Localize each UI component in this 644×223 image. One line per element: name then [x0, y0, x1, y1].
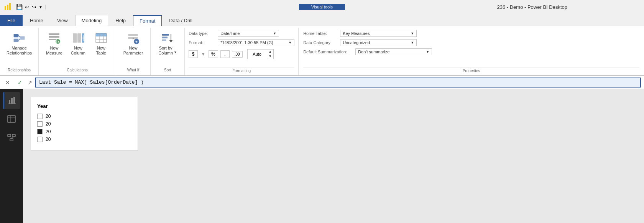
svg-rect-1 [7, 5, 8, 10]
new-measure-icon: fx [47, 31, 61, 45]
visual-title: Year [37, 103, 131, 109]
tab-file[interactable]: File [0, 15, 23, 26]
tab-home[interactable]: Home [23, 15, 50, 26]
redo-icon[interactable]: ↪ [32, 4, 36, 10]
spinner-up-button[interactable]: ▲ [267, 50, 273, 54]
save-icon[interactable]: 💾 [16, 4, 23, 10]
new-column-label: NewColumn [71, 46, 85, 56]
ribbon-group-sort: Sort byColumn ▼ Sort [151, 28, 185, 75]
customize-icon[interactable]: ▼ [39, 5, 43, 9]
data-category-row: Data Category: Uncategorized ▼ [303, 39, 639, 46]
spinner-controls: ▲ ▼ [267, 50, 273, 59]
home-table-arrow-icon: ▼ [411, 31, 414, 35]
comma-button[interactable]: , [220, 50, 230, 58]
formula-input[interactable] [35, 78, 641, 88]
data-category-dropdown[interactable]: Uncategorized ▼ [340, 39, 417, 46]
svg-rect-33 [9, 100, 10, 104]
tab-format[interactable]: Format [133, 15, 162, 26]
svg-rect-9 [49, 36, 59, 38]
sort-by-column-label: Sort byColumn [158, 46, 173, 56]
decimal-button[interactable]: .00 [232, 51, 243, 58]
filter-item-3: 20 [37, 129, 131, 134]
formatting-group-label-container: Formatting [189, 66, 294, 73]
home-table-row: Home Table: Key Measures ▼ [303, 30, 639, 37]
svg-line-6 [18, 36, 20, 38]
new-measure-button[interactable]: fx NewMeasure [43, 29, 66, 58]
sidebar-item-model[interactable] [3, 129, 20, 146]
svg-rect-8 [49, 33, 59, 35]
canvas-area: Year 20 20 20 20 [23, 89, 644, 223]
svg-rect-42 [10, 139, 13, 141]
filter-checkbox-3[interactable] [37, 129, 43, 134]
data-type-label: Data type: [189, 31, 215, 36]
undo-icon[interactable]: ↩ [25, 4, 30, 10]
sidebar-item-table[interactable] [3, 111, 20, 127]
format-arrow-icon: ▼ [288, 41, 292, 45]
svg-rect-30 [162, 40, 166, 41]
spinner-down-button[interactable]: ▼ [267, 54, 273, 59]
format-row: Format: *14/03/2001 1:30:55 PM (G) ▼ [189, 39, 294, 46]
sort-dropdown-arrow: ▼ [174, 51, 177, 54]
sort-group-label: Sort [164, 68, 171, 74]
quick-access-toolbar: 💾 ↩ ↪ ▼ | [16, 4, 46, 10]
data-category-value: Uncategorized [343, 40, 370, 45]
filter-item-1: 20 [37, 114, 131, 119]
visual-tools-badge-container: Visual tools [299, 4, 345, 10]
percent-button[interactable]: % [209, 50, 218, 58]
calculations-group-label: Calculations [67, 68, 87, 74]
ribbon-tabs: File Home View Modeling Help Format Data… [0, 14, 644, 26]
svg-text:+: + [136, 40, 138, 44]
formula-cancel-button[interactable]: ✕ [3, 78, 12, 87]
svg-rect-3 [14, 34, 19, 37]
new-parameter-icon: ? + [126, 31, 140, 45]
tab-view[interactable]: View [51, 15, 74, 26]
properties-group-label: Properties [303, 68, 639, 73]
filter-value-4: 20 [46, 137, 51, 142]
sort-by-column-button[interactable]: Sort byColumn ▼ [154, 29, 181, 58]
new-parameter-button[interactable]: ? + NewParameter [120, 29, 146, 58]
data-type-dropdown[interactable]: Date/Time ▼ [218, 30, 279, 37]
formatting-group-label: Formatting [189, 68, 294, 73]
default-summarization-value: Don't summarize [358, 50, 389, 54]
bar-chart-icon [8, 96, 17, 105]
ribbon-group-calculations: fx NewMeasure NewColumn [39, 28, 116, 75]
model-icon [7, 133, 16, 142]
svg-rect-41 [12, 134, 15, 137]
relationships-buttons: ManageRelationships [4, 29, 34, 68]
format-dropdown[interactable]: *14/03/2001 1:30:55 PM (G) ▼ [218, 39, 294, 46]
title-bar: 💾 ↩ ↪ ▼ | Visual tools 236 - Demo - Powe… [0, 0, 644, 14]
manage-relationships-button[interactable]: ManageRelationships [4, 29, 34, 58]
home-table-dropdown[interactable]: Key Measures ▼ [340, 30, 417, 37]
data-category-label: Data Category: [303, 40, 338, 45]
default-summarization-dropdown[interactable]: Don't summarize ▼ [355, 48, 432, 55]
formula-bar: ✕ ✓ ↗ [0, 76, 644, 89]
home-table-value: Key Measures [343, 31, 370, 36]
filter-checkbox-1[interactable] [37, 114, 43, 119]
ribbon: ManageRelationships Relationships fx New… [0, 26, 644, 76]
filter-value-3: 20 [46, 129, 51, 134]
new-column-button[interactable]: NewColumn [67, 29, 89, 58]
new-parameter-label: NewParameter [123, 46, 143, 56]
svg-rect-4 [14, 39, 19, 42]
new-table-button[interactable]: NewTable [90, 29, 112, 58]
whatif-group-label: What If [127, 68, 140, 74]
sidebar-item-bar-chart[interactable] [3, 92, 20, 109]
tab-help[interactable]: Help [109, 15, 132, 26]
whatif-buttons: ? + NewParameter [120, 29, 146, 68]
svg-rect-13 [73, 33, 77, 43]
svg-rect-23 [128, 34, 138, 36]
formula-confirm-button[interactable]: ✓ [15, 78, 25, 87]
currency-button[interactable]: $ [189, 50, 198, 58]
data-type-value: Date/Time [220, 31, 240, 36]
tab-data-drill[interactable]: Data / Drill [163, 15, 199, 26]
svg-rect-29 [162, 36, 168, 38]
filter-checkbox-4[interactable] [37, 137, 43, 142]
format-value: *14/03/2001 1:30:55 PM (G) [220, 40, 273, 45]
data-type-arrow-icon: ▼ [273, 31, 276, 35]
tab-modeling[interactable]: Modeling [75, 15, 108, 26]
default-summarization-label: Default Summarization: [303, 50, 353, 54]
format-separator1: ▼ [201, 51, 205, 57]
filter-checkbox-2[interactable] [37, 121, 43, 127]
svg-rect-28 [162, 34, 169, 36]
data-type-row: Data type: Date/Time ▼ [189, 30, 294, 37]
